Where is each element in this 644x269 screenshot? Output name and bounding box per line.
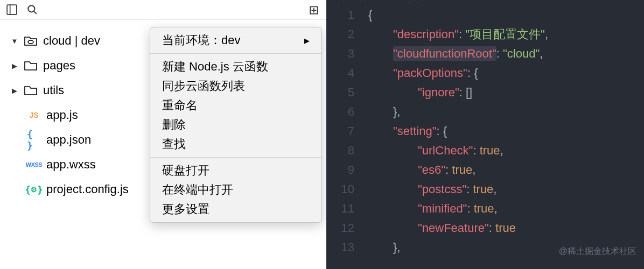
line-number: 5 (326, 83, 354, 102)
line-number: 10 (326, 180, 354, 199)
explorer-toolbar (0, 0, 326, 20)
menu-find[interactable]: 查找 (150, 134, 321, 154)
menu-label: 更多设置 (162, 201, 209, 217)
line-number: 8 (326, 141, 354, 160)
menu-label: 删除 (162, 117, 186, 133)
line-number: 1 (326, 5, 354, 25)
wxss-file-icon: WXSS (27, 159, 41, 171)
line-number: 11 (326, 199, 354, 218)
line-number: 13 (326, 238, 354, 257)
line-number: 6 (326, 102, 354, 122)
line-number: 3 (326, 44, 354, 63)
menu-label: 查找 (162, 136, 186, 152)
code-line: "ignore": [] (368, 83, 644, 102)
tree-label: project.config.js (46, 182, 129, 196)
code-line: { (368, 5, 644, 25)
tree-label: app.js (46, 108, 78, 122)
menu-sync[interactable]: 同步云函数列表 (150, 76, 321, 96)
layout-icon[interactable] (6, 4, 17, 15)
tree-label: app.json (46, 133, 91, 147)
menu-label: 同步云函数列表 (162, 78, 245, 94)
menu-new-function[interactable]: 新建 Node.js 云函数 (150, 57, 321, 76)
file-explorer: ▼ cloud | dev ▶ pages ▶ utils JS app.js … (0, 0, 326, 269)
menu-label: 重命名 (162, 97, 198, 114)
chevron-down-icon: ▼ (11, 37, 18, 45)
menu-rename[interactable]: 重命名 (150, 96, 321, 115)
menu-label: 硬盘打开 (162, 162, 209, 179)
folder-icon (24, 60, 38, 72)
code-line: "packOptions": { (368, 63, 644, 83)
code-content: { "description": "项目配置文件", "cloudfunctio… (368, 5, 644, 269)
line-number: 4 (326, 63, 354, 83)
menu-open-disk[interactable]: 硬盘打开 (150, 161, 321, 180)
menu-label: 在终端中打开 (162, 182, 233, 198)
code-line: "setting": { (368, 122, 644, 141)
code-line: "description": "项目配置文件", (368, 25, 644, 44)
json-file-icon: { } (27, 134, 41, 146)
tree-label: app.wxss (46, 158, 96, 172)
cloud-folder-icon (24, 35, 38, 47)
watermark: @稀土掘金技术社区 (559, 246, 636, 257)
menu-label: 新建 Node.js 云函数 (162, 59, 268, 75)
code-line: }, (368, 102, 644, 122)
menu-label: 当前环境：dev (162, 32, 240, 48)
code-line: "cloudfunctionRoot": "cloud", (368, 44, 644, 63)
code-area[interactable]: 1 2 3 4 5 6 7 8 9 10 11 12 13 { "descrip… (326, 0, 644, 269)
add-icon[interactable] (309, 4, 320, 15)
code-line: "minified": true, (368, 199, 644, 218)
js-file-icon: JS (27, 109, 41, 121)
tree-label: cloud | dev (43, 34, 100, 48)
folder-icon (24, 84, 38, 96)
menu-open-terminal[interactable]: 在终端中打开 (150, 180, 321, 200)
menu-env[interactable]: 当前环境：dev ▶ (150, 31, 321, 50)
line-number: 12 (326, 218, 354, 238)
context-menu: 当前环境：dev ▶ 新建 Node.js 云函数 同步云函数列表 重命名 删除… (150, 27, 322, 223)
tree-label: pages (43, 59, 75, 73)
svg-point-2 (28, 5, 34, 12)
code-editor: project.config.json ✕ 1 2 3 4 5 6 7 8 9 … (326, 0, 644, 269)
menu-separator (150, 157, 321, 158)
tab-active[interactable]: project.config.json ✕ (342, 0, 452, 4)
code-line: "newFeature": true (368, 218, 644, 238)
menu-delete[interactable]: 删除 (150, 115, 321, 134)
code-line: "urlCheck": true, (368, 141, 644, 160)
config-file-icon: {⚙} (27, 183, 41, 195)
search-icon[interactable] (27, 4, 38, 15)
line-gutter: 1 2 3 4 5 6 7 8 9 10 11 12 13 (326, 5, 368, 269)
svg-point-7 (28, 40, 33, 44)
tree-label: utils (43, 83, 64, 97)
chevron-right-icon: ▶ (11, 62, 18, 70)
close-icon[interactable]: ✕ (444, 0, 452, 3)
code-line: "postcss": true, (368, 180, 644, 199)
svg-rect-0 (7, 5, 17, 15)
svg-line-3 (34, 11, 36, 13)
line-number: 9 (326, 160, 354, 180)
chevron-right-icon: ▶ (11, 87, 18, 95)
menu-more-settings[interactable]: 更多设置 (150, 200, 321, 219)
chevron-right-icon: ▶ (304, 37, 310, 45)
tab-label: project.config.json (342, 0, 438, 4)
line-number: 2 (326, 25, 354, 44)
menu-separator (150, 53, 321, 54)
line-number: 7 (326, 122, 354, 141)
code-line: "es6": true, (368, 160, 644, 180)
